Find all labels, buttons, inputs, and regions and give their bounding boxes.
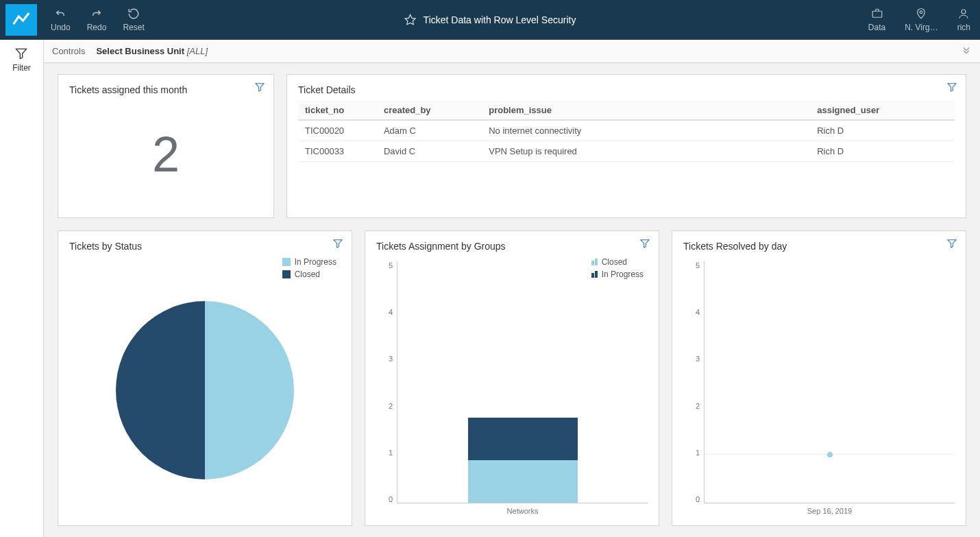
app-logo[interactable] — [5, 4, 37, 36]
cell-created-by: Adam C — [377, 120, 482, 141]
page-title-group: Ticket Data with Row Level Security — [404, 14, 576, 26]
panel-filter-button[interactable] — [946, 82, 957, 93]
redo-icon — [90, 8, 103, 20]
legend-item-in-progress[interactable]: In Progress — [282, 257, 336, 267]
cell-ticket-no: TIC00033 — [298, 141, 377, 162]
reset-icon — [127, 8, 140, 20]
redo-label: Redo — [87, 23, 107, 32]
bar-seg-in-progress — [468, 418, 578, 460]
user-button[interactable]: rich — [948, 0, 980, 40]
svg-rect-1 — [872, 11, 882, 17]
svg-marker-5 — [256, 84, 264, 91]
cell-problem-issue: VPN Setup is required — [482, 141, 810, 162]
user-icon — [957, 8, 970, 20]
bar-seg-closed — [468, 460, 578, 503]
reset-button[interactable]: Reset — [114, 0, 152, 40]
panel-tickets-assigned: Tickets assigned this month 2 — [58, 74, 274, 218]
left-rail: Filter — [0, 40, 44, 537]
controls-select-value: [ALL] — [187, 46, 208, 56]
page-title: Ticket Data with Row Level Security — [424, 14, 576, 25]
chevron-double-down-icon — [961, 47, 972, 58]
pie-chart[interactable] — [69, 257, 341, 516]
svg-marker-0 — [405, 15, 415, 25]
bar-chart[interactable]: 5 4 3 2 1 0 — [376, 257, 648, 516]
panel-tickets-by-groups: Tickets Assignment by Groups Closed In P… — [365, 230, 659, 526]
cell-assigned-user: Rich D — [810, 120, 955, 141]
filter-rail-label: Filter — [12, 63, 31, 73]
panel-filter-button[interactable] — [639, 238, 650, 249]
star-icon[interactable] — [404, 14, 417, 26]
table-row[interactable]: TIC00020 Adam C No internet connectivity… — [298, 120, 955, 141]
col-ticket-no[interactable]: ticket_no — [298, 101, 377, 120]
panel-title: Tickets Assignment by Groups — [376, 241, 648, 252]
panel-title: Tickets assigned this month — [69, 84, 262, 95]
ticket-table: ticket_no created_by problem_issue assig… — [298, 101, 955, 162]
panel-title: Tickets Resolved by day — [683, 241, 955, 252]
col-assigned-user[interactable]: assigned_user — [810, 101, 955, 120]
swatch-icon — [282, 258, 291, 266]
svg-point-2 — [920, 11, 923, 14]
cell-problem-issue: No internet connectivity — [482, 120, 810, 141]
panel-title: Ticket Details — [298, 84, 955, 95]
bar-networks[interactable] — [468, 418, 578, 503]
controls-select-label: Select Business Unit — [96, 46, 184, 56]
controls-select[interactable]: Select Business Unit [ALL] — [96, 46, 208, 56]
panel-tickets-resolved: Tickets Resolved by day 5 4 3 2 1 0 — [672, 230, 966, 526]
x-axis-label: Networks — [397, 507, 648, 515]
col-problem-issue[interactable]: problem_issue — [482, 101, 810, 120]
panel-filter-button[interactable] — [254, 82, 265, 93]
chart-legend: In Progress Closed — [282, 257, 336, 282]
svg-point-3 — [961, 10, 966, 14]
svg-marker-8 — [641, 240, 649, 248]
scatter-chart[interactable]: 5 4 3 2 1 0 Sep 16, 2019 — [683, 257, 955, 516]
controls-label: Controls — [52, 46, 85, 56]
location-icon — [915, 8, 927, 20]
swatch-icon — [282, 270, 291, 278]
filter-rail-button[interactable]: Filter — [12, 47, 31, 73]
data-point[interactable] — [827, 452, 833, 457]
y-axis: 5 4 3 2 1 0 — [683, 261, 704, 516]
dashboard: Tickets assigned this month 2 Ticket Det… — [44, 63, 980, 537]
col-created-by[interactable]: created_by — [377, 101, 482, 120]
topbar-right: Data N. Virg… rich — [859, 0, 980, 40]
x-axis-label: Sep 16, 2019 — [705, 507, 955, 515]
redo-button[interactable]: Redo — [79, 0, 115, 40]
y-axis: 5 4 3 2 1 0 — [376, 261, 397, 516]
panel-tickets-by-status: Tickets by Status In Progress Closed — [58, 230, 352, 526]
panel-title: Tickets by Status — [69, 241, 341, 252]
svg-marker-4 — [16, 49, 27, 58]
cell-assigned-user: Rich D — [810, 141, 955, 162]
cell-ticket-no: TIC00020 — [298, 120, 377, 141]
cell-created-by: David C — [377, 141, 482, 162]
user-label: rich — [957, 23, 970, 32]
reset-label: Reset — [123, 23, 144, 32]
undo-icon — [54, 8, 66, 20]
topbar: Undo Redo Reset Ticket Data with Row Lev… — [0, 0, 980, 40]
legend-item-closed[interactable]: Closed — [282, 270, 336, 279]
data-label: Data — [868, 23, 885, 32]
panel-ticket-details: Ticket Details ticket_no created_by prob… — [286, 74, 966, 218]
undo-button[interactable]: Undo — [42, 0, 79, 40]
region-button[interactable]: N. Virg… — [895, 0, 947, 40]
filter-icon — [14, 47, 28, 60]
briefcase-icon — [871, 8, 883, 20]
svg-marker-6 — [948, 84, 956, 91]
controls-bar: Controls Select Business Unit [ALL] — [44, 40, 980, 63]
panel-filter-button[interactable] — [946, 238, 957, 249]
kpi-value: 2 — [69, 101, 262, 208]
undo-label: Undo — [51, 23, 71, 32]
data-button[interactable]: Data — [859, 0, 895, 40]
svg-marker-7 — [334, 240, 342, 248]
svg-marker-9 — [948, 240, 956, 248]
table-row[interactable]: TIC00033 David C VPN Setup is required R… — [298, 141, 955, 162]
controls-expand-button[interactable] — [961, 45, 972, 58]
region-label: N. Virg… — [905, 23, 938, 32]
panel-filter-button[interactable] — [332, 238, 343, 249]
table-header-row: ticket_no created_by problem_issue assig… — [298, 101, 955, 120]
